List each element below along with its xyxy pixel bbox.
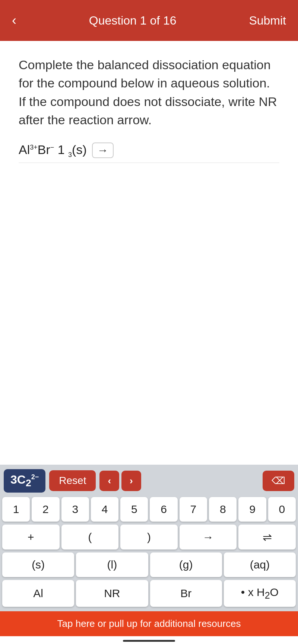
question-progress: Question 1 of 16 (19, 14, 246, 28)
key-8[interactable]: 8 (209, 497, 237, 522)
key-0[interactable]: 0 (268, 497, 296, 522)
keyboard-top-row: 3C22− Reset ‹ › ⌫ (0, 465, 298, 496)
nav-right-button[interactable]: › (121, 471, 141, 491)
key-solid[interactable]: (s) (2, 552, 74, 577)
header: ‹ Question 1 of 16 Submit (0, 0, 298, 41)
nav-btn-group: ‹ › (99, 471, 141, 491)
keyboard-section: 3C22− Reset ‹ › ⌫ 1 2 3 4 5 6 7 8 9 0 + … (0, 465, 298, 611)
key-6[interactable]: 6 (150, 497, 177, 522)
arrow-box: → (92, 142, 114, 158)
back-button[interactable]: ‹ (9, 10, 19, 31)
key-arrow[interactable]: → (180, 525, 237, 550)
key-open-paren[interactable]: ( (61, 525, 119, 550)
reset-button[interactable]: Reset (49, 470, 96, 491)
number-row: 1 2 3 4 5 6 7 8 9 0 (0, 496, 298, 523)
home-indicator (0, 636, 298, 644)
answer-area (19, 163, 279, 237)
nav-left-button[interactable]: ‹ (99, 471, 119, 491)
key-9[interactable]: 9 (238, 497, 266, 522)
key-al[interactable]: Al (2, 580, 74, 607)
key-close-paren[interactable]: ) (120, 525, 178, 550)
element-row: Al NR Br • x H2O (0, 579, 298, 611)
key-gas[interactable]: (g) (150, 552, 222, 577)
key-plus[interactable]: + (2, 525, 60, 550)
home-bar (123, 640, 175, 642)
current-input-display: 3C22− (4, 469, 45, 493)
key-water[interactable]: • x H2O (224, 580, 296, 607)
key-2[interactable]: 2 (32, 497, 59, 522)
key-7[interactable]: 7 (180, 497, 207, 522)
state-row: (s) (l) (g) (aq) (0, 551, 298, 579)
key-equilibrium[interactable]: ⇌ (238, 525, 296, 550)
key-3[interactable]: 3 (61, 497, 89, 522)
key-aqueous[interactable]: (aq) (224, 552, 296, 577)
equation-line: Al3+Br− 1 3(s) → (19, 142, 279, 159)
submit-button[interactable]: Submit (246, 11, 289, 31)
question-text: Complete the balanced dissociation equat… (19, 56, 279, 129)
key-nr[interactable]: NR (76, 580, 148, 607)
question-area: Complete the balanced dissociation equat… (0, 41, 298, 465)
key-4[interactable]: 4 (91, 497, 118, 522)
key-liquid[interactable]: (l) (76, 552, 148, 577)
equation-formula: Al3+Br− 1 3(s) (19, 142, 87, 159)
key-br[interactable]: Br (150, 580, 222, 607)
footer-bar[interactable]: Tap here or pull up for additional resou… (0, 611, 298, 636)
key-5[interactable]: 5 (120, 497, 148, 522)
operator-row: + ( ) → ⇌ (0, 523, 298, 551)
backspace-button[interactable]: ⌫ (263, 471, 294, 491)
key-1[interactable]: 1 (2, 497, 30, 522)
